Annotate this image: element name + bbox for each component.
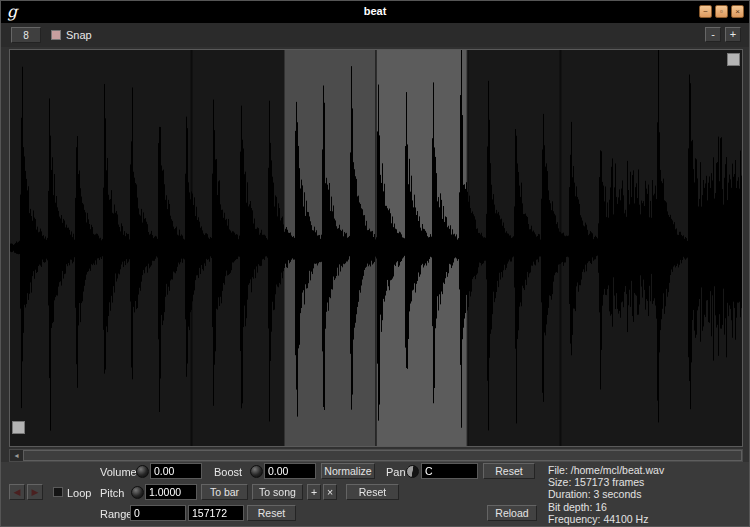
selection-handle-top-right[interactable] [727, 53, 740, 66]
close-button[interactable]: × [731, 5, 744, 18]
snap-label: Snap [66, 29, 92, 41]
horizontal-scrollbar[interactable]: ◂ [9, 449, 743, 462]
row-pitch: ◀ ▶ Loop Pitch To bar To song + × Reset [1, 484, 749, 502]
snap-checkbox[interactable] [51, 30, 61, 40]
pan-knob[interactable] [406, 465, 419, 478]
zoom-in-button[interactable]: + [725, 27, 741, 42]
pitch-multiply-button[interactable]: × [323, 484, 337, 500]
pitch-reset-button[interactable]: Reset [346, 484, 399, 500]
maximize-button[interactable]: ▫ [715, 5, 728, 18]
scrollbar-thumb[interactable] [23, 450, 742, 461]
range-start-input[interactable] [130, 505, 186, 521]
boost-knob[interactable] [250, 465, 263, 478]
range-label: Range [100, 508, 132, 520]
scroll-left-arrow[interactable]: ◂ [10, 450, 23, 461]
reload-button[interactable]: Reload [487, 505, 537, 521]
pitch-input[interactable] [145, 484, 197, 500]
range-end-input[interactable] [188, 505, 244, 521]
volume-knob[interactable] [136, 465, 149, 478]
boost-label: Boost [214, 466, 242, 478]
range-reset-button[interactable]: Reset [247, 505, 296, 521]
zoom-out-button[interactable]: - [705, 27, 721, 42]
pan-input[interactable] [421, 463, 478, 479]
normalize-button[interactable]: Normalize [321, 463, 375, 479]
pitch-knob[interactable] [131, 486, 144, 499]
waveform-view [9, 49, 743, 447]
control-panel: Volume Boost Normalize Pan Reset File: /… [1, 462, 749, 527]
app-window: g beat − ▫ × 8 Snap - + ◂ Volume Boost [0, 0, 750, 527]
pan-label: Pan [386, 466, 406, 478]
loop-label: Loop [67, 487, 91, 499]
window-title: beat [1, 5, 749, 17]
row-range: Range Reset Reload [1, 505, 749, 523]
next-button[interactable]: ▶ [27, 484, 43, 500]
volume-input[interactable] [150, 463, 202, 479]
selection-handle-bottom-left[interactable] [12, 421, 25, 434]
pan-reset-button[interactable]: Reset [483, 463, 535, 479]
prev-button[interactable]: ◀ [9, 484, 25, 500]
file-info-path: File: /home/mcl/beat.wav [548, 464, 664, 476]
titlebar[interactable]: g beat − ▫ × [1, 1, 749, 23]
minimize-button[interactable]: − [699, 5, 712, 18]
loop-checkbox[interactable] [53, 487, 63, 497]
waveform-canvas[interactable] [10, 50, 742, 446]
grid-division-button[interactable]: 8 [11, 27, 41, 43]
to-bar-button[interactable]: To bar [201, 484, 248, 500]
boost-input[interactable] [264, 463, 316, 479]
pitch-label: Pitch [100, 487, 124, 499]
pitch-plus-button[interactable]: + [307, 484, 321, 500]
to-song-button[interactable]: To song [252, 484, 303, 500]
volume-label: Volume [100, 466, 137, 478]
toolbar: 8 Snap - + [1, 23, 749, 47]
window-controls: − ▫ × [699, 5, 744, 18]
